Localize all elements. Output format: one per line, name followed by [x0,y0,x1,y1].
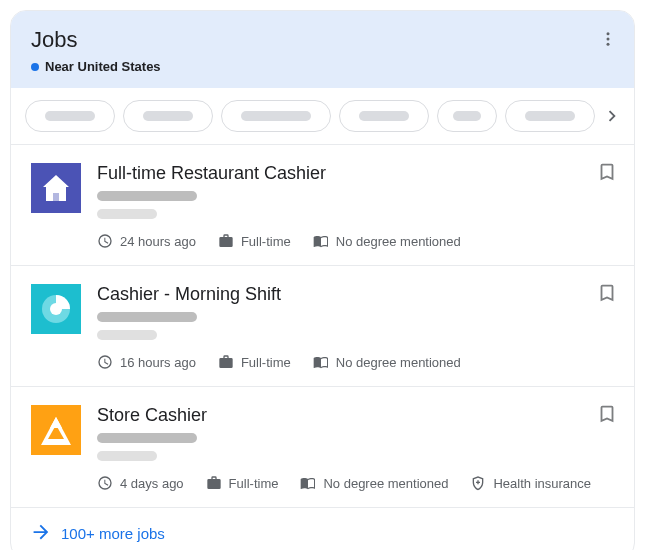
listing-body: Store Cashier 4 days ago Full-time No de… [97,405,614,491]
filter-chip[interactable] [437,100,497,132]
meta-degree: No degree mentioned [313,233,461,249]
bookmark-icon [596,403,618,425]
scroll-right-button[interactable] [598,102,626,130]
employer-logo [31,163,81,213]
employer-logo [31,284,81,334]
more-jobs-link[interactable]: 100+ more jobs [11,508,634,550]
svg-point-1 [607,38,610,41]
location-dot-icon [31,63,39,71]
meta-type: Full-time [218,233,291,249]
bookmark-button[interactable] [596,282,618,308]
meta-posted: 24 hours ago [97,233,196,249]
more-options-button[interactable] [596,27,620,51]
briefcase-icon [206,475,222,491]
location-text: Near United States [45,59,161,74]
meta-degree: No degree mentioned [313,354,461,370]
employer-placeholder [97,312,197,322]
vertical-dots-icon [599,30,617,48]
employer-logo [31,405,81,455]
employer-placeholder [97,191,197,201]
job-listing[interactable]: Full-time Restaurant Cashier 24 hours ag… [11,145,634,266]
meta-benefits: Health insurance [470,475,591,491]
meta-type: Full-time [218,354,291,370]
employer-placeholder [97,433,197,443]
clock-icon [97,233,113,249]
book-icon [313,233,329,249]
location-row[interactable]: Near United States [31,59,614,74]
listing-body: Full-time Restaurant Cashier 24 hours ag… [97,163,614,249]
bookmark-button[interactable] [596,403,618,429]
bookmark-button[interactable] [596,161,618,187]
bookmark-icon [596,161,618,183]
bookmark-icon [596,282,618,304]
listing-body: Cashier - Morning Shift 16 hours ago Ful… [97,284,614,370]
location-placeholder [97,451,157,461]
job-title: Cashier - Morning Shift [97,284,614,305]
briefcase-icon [218,354,234,370]
meta-posted: 4 days ago [97,475,184,491]
location-placeholder [97,209,157,219]
book-icon [313,354,329,370]
svg-point-0 [607,32,610,35]
meta-row: 24 hours ago Full-time No degree mention… [97,233,614,249]
meta-row: 4 days ago Full-time No degree mentioned… [97,475,614,491]
filter-chips-row [11,88,634,145]
more-jobs-text: 100+ more jobs [61,525,165,542]
shield-icon [470,475,486,491]
svg-point-2 [607,43,610,46]
book-icon [300,475,316,491]
filter-chip[interactable] [221,100,331,132]
meta-type: Full-time [206,475,279,491]
arrow-right-icon [29,522,51,544]
filter-chip[interactable] [123,100,213,132]
clock-icon [97,475,113,491]
card-header: Jobs Near United States [11,11,634,88]
meta-degree: No degree mentioned [300,475,448,491]
header-title: Jobs [31,27,614,53]
filter-chip[interactable] [505,100,595,132]
filter-chip[interactable] [25,100,115,132]
chevron-right-icon [601,105,623,127]
job-listing[interactable]: Cashier - Morning Shift 16 hours ago Ful… [11,266,634,387]
meta-row: 16 hours ago Full-time No degree mention… [97,354,614,370]
jobs-card: Jobs Near United States Full-time Restau… [10,10,635,550]
job-title: Store Cashier [97,405,614,426]
job-listing[interactable]: Store Cashier 4 days ago Full-time No de… [11,387,634,508]
job-title: Full-time Restaurant Cashier [97,163,614,184]
location-placeholder [97,330,157,340]
meta-posted: 16 hours ago [97,354,196,370]
clock-icon [97,354,113,370]
svg-rect-4 [53,193,59,201]
filter-chip[interactable] [339,100,429,132]
briefcase-icon [218,233,234,249]
